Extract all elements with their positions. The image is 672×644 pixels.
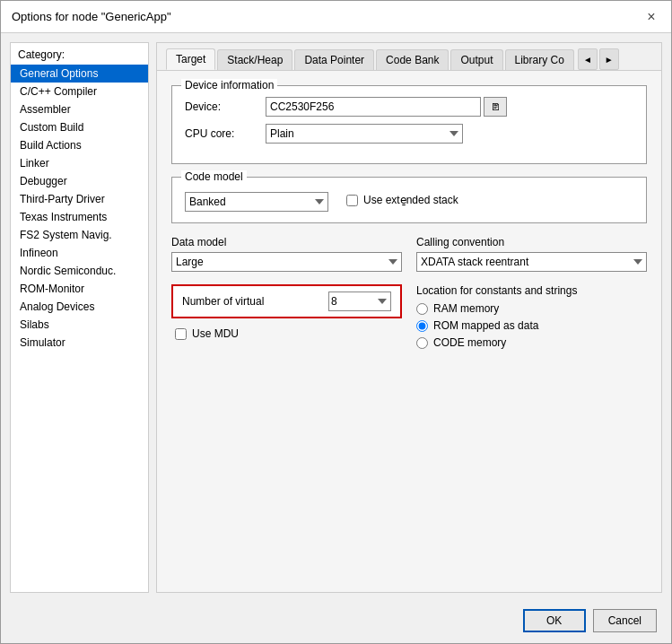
radio-code[interactable] — [416, 337, 428, 349]
code-model-select[interactable]: Banked — [185, 192, 328, 212]
device-info-title: Device information — [181, 79, 277, 91]
radio-code-row: CODE memory — [416, 336, 647, 349]
main-panel: Target Stack/Heap Data Pointer Code Bank… — [156, 42, 662, 593]
code-model-title: Code model — [181, 170, 247, 183]
radio-ram[interactable] — [416, 303, 428, 315]
tabs-bar: Target Stack/Heap Data Pointer Code Bank… — [157, 43, 661, 71]
cpu-label: CPU core: — [185, 127, 266, 140]
cpu-label-text: CPU core: — [185, 127, 234, 140]
left-bottom: Number of virtual 8 4 16 32 Use MDU — [171, 284, 402, 349]
sidebar: Category: General Options C/C++ Compiler… — [10, 42, 149, 593]
sidebar-item-general-options[interactable]: General Options — [11, 65, 148, 83]
radio-code-label: CODE memory — [433, 336, 506, 349]
tab-next-button[interactable]: ► — [599, 48, 619, 70]
use-mdu-checkbox[interactable] — [175, 328, 187, 340]
device-field-row: Device: 🖹 — [185, 97, 633, 117]
browse-icon: 🖹 — [491, 101, 501, 112]
virtual-label: Number of virtual — [182, 295, 328, 308]
data-model-select[interactable]: Large — [171, 252, 402, 272]
radio-ram-row: RAM memory — [416, 302, 647, 315]
content-area: Device information Device: 🖹 CPU core: — [157, 71, 661, 592]
dialog-body: Category: General Options C/C++ Compiler… — [1, 33, 671, 602]
title-bar: Options for node "GenericApp" × — [1, 1, 671, 33]
sidebar-item-assembler[interactable]: Assembler — [11, 100, 148, 118]
sidebar-item-nordic[interactable]: Nordic Semiconduc. — [11, 262, 148, 280]
use-extended-label: Use exte̱nded stack — [363, 194, 458, 206]
radio-rom[interactable] — [416, 320, 428, 332]
tab-stack-heap[interactable]: Stack/Heap — [217, 49, 292, 70]
tab-prev-button[interactable]: ◄ — [578, 48, 598, 70]
category-label: Category: — [11, 43, 148, 65]
data-model-col: Data model Large — [171, 236, 402, 272]
cancel-button[interactable]: Cancel — [593, 609, 657, 632]
sidebar-item-silabs[interactable]: Silabs — [11, 316, 148, 334]
data-model-label: Data model — [171, 236, 402, 248]
location-label: Location for constants and strings — [416, 284, 647, 297]
browse-button[interactable]: 🖹 — [484, 97, 507, 117]
device-input[interactable] — [266, 97, 481, 117]
use-mdu-label: Use MDU — [192, 327, 239, 340]
radio-rom-row: ROM mapped as data — [416, 319, 647, 332]
sidebar-item-debugger[interactable]: Debugger — [11, 172, 148, 190]
tab-library-co[interactable]: Library Co — [505, 49, 574, 70]
tab-output[interactable]: Output — [450, 49, 502, 70]
sidebar-item-third-party[interactable]: Third-Party Driver — [11, 190, 148, 208]
use-mdu-row: Use MDU — [175, 327, 402, 340]
calling-convention-label: Calling convention — [416, 236, 647, 248]
sidebar-item-linker[interactable]: Linker — [11, 154, 148, 172]
dialog-title: Options for node "GenericApp" — [12, 10, 171, 23]
sidebar-item-texas[interactable]: Texas Instruments — [11, 208, 148, 226]
extended-stack-row: Use exte̱nded stack — [346, 194, 458, 206]
sidebar-item-analog[interactable]: Analog Devices — [11, 298, 148, 316]
right-bottom: Location for constants and strings RAM m… — [416, 284, 647, 349]
dialog-footer: OK Cancel — [1, 602, 671, 643]
calling-convention-select[interactable]: XDATA stack reentrant — [416, 252, 647, 272]
virtual-registers-row: Number of virtual 8 4 16 32 — [171, 284, 402, 318]
cpu-select[interactable]: Plain — [266, 124, 463, 144]
dialog: Options for node "GenericApp" × Category… — [0, 0, 672, 644]
tab-code-bank[interactable]: Code Bank — [376, 49, 449, 70]
close-button[interactable]: × — [642, 8, 660, 26]
sidebar-item-rom-monitor[interactable]: ROM-Monitor — [11, 280, 148, 298]
sidebar-item-c-compiler[interactable]: C/C++ Compiler — [11, 83, 148, 100]
sidebar-item-simulator[interactable]: Simulator — [11, 334, 148, 352]
virtual-select[interactable]: 8 4 16 32 — [328, 292, 391, 311]
sidebar-item-infineon[interactable]: Infineon — [11, 244, 148, 262]
ok-button[interactable]: OK — [523, 609, 586, 632]
location-radio-group: RAM memory ROM mapped as data CODE memor… — [416, 302, 647, 349]
code-model-section: Code model Banked Use exte̱nded stack — [171, 177, 647, 223]
device-label: Device: — [185, 100, 266, 113]
radio-rom-label: ROM mapped as data — [433, 319, 538, 332]
radio-ram-label: RAM memory — [433, 302, 499, 315]
device-info-section: Device information Device: 🖹 CPU core: — [171, 85, 647, 164]
sidebar-item-custom-build[interactable]: Custom Build — [11, 118, 148, 136]
tab-data-pointer[interactable]: Data Pointer — [294, 49, 374, 70]
calling-convention-col: Calling convention XDATA stack reentrant — [416, 236, 647, 272]
tab-target[interactable]: Target — [166, 48, 215, 70]
sidebar-item-fs2[interactable]: FS2 System Navig. — [11, 226, 148, 244]
bottom-section: Number of virtual 8 4 16 32 Use MDU — [171, 284, 647, 349]
cpu-field-row: CPU core: Plain — [185, 124, 633, 144]
model-convention-row: Data model Large Calling convention XDAT… — [171, 236, 647, 272]
use-extended-checkbox[interactable] — [346, 195, 358, 206]
sidebar-item-build-actions[interactable]: Build Actions — [11, 136, 148, 154]
